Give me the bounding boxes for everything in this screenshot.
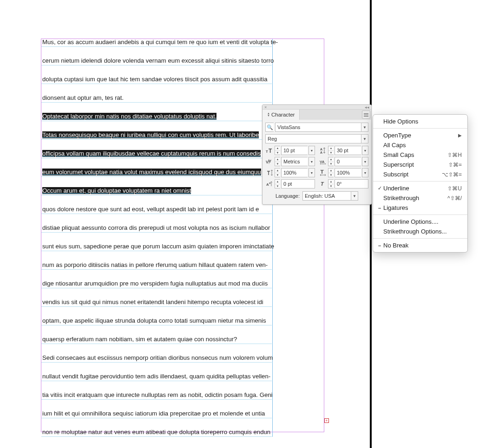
text-line[interactable]: eum volorumet voluptae natia volut maxim… <box>41 169 272 177</box>
language-value[interactable]: English: USA <box>302 191 351 201</box>
text-line[interactable]: quaersp erferatium nam nobitiam, sim et … <box>41 336 272 344</box>
chevron-down-icon[interactable]: ▼ <box>361 134 368 143</box>
menu-all-caps[interactable]: All Caps <box>373 140 467 150</box>
menu-no-break[interactable]: –No Break <box>373 240 467 250</box>
hscale-field: T ▲▼ 100% ▼ <box>319 168 368 177</box>
panel-tab-row: ▲▼ Character <box>262 110 371 120</box>
stepper[interactable]: ▲▼ <box>328 146 334 155</box>
menu-small-caps[interactable]: Small Caps⇧⌘H <box>373 150 467 160</box>
language-label: Language: <box>276 193 300 199</box>
baseline-shift-icon: Aa <box>265 180 274 188</box>
text-line[interactable]: distiae pliquat aessunto corrora dis pre… <box>41 225 272 233</box>
vscale-value[interactable]: 100% <box>281 168 308 177</box>
menu-separator <box>373 238 467 239</box>
dash-icon: – <box>376 205 383 211</box>
stepper[interactable]: ▲▼ <box>328 157 334 166</box>
tab-character[interactable]: ▲▼ Character <box>262 110 300 120</box>
chevron-down-icon[interactable]: ▼ <box>362 146 368 155</box>
stepper[interactable]: ▲▼ <box>275 157 280 166</box>
language-combo[interactable]: English: USA ▼ <box>302 191 358 201</box>
skew-value[interactable]: 0° <box>335 179 368 188</box>
font-style-value[interactable]: Reg <box>265 134 361 143</box>
hscale-value[interactable]: 100% <box>335 168 361 177</box>
text-line[interactable]: quos dolore nestore que sunt ad eost, ve… <box>41 206 272 214</box>
kerning-field: VA ▲▼ Metrics ▼ <box>265 157 315 166</box>
leading-icon: AA <box>319 146 327 155</box>
text-line[interactable]: Occum arum et, qui doluptae voluptatem r… <box>41 188 272 195</box>
submenu-arrow-icon: ▶ <box>458 133 462 138</box>
leading-value[interactable]: 30 pt <box>335 146 361 155</box>
text-column[interactable]: Mus, cor as accum audaeri andebis a qui … <box>41 39 273 437</box>
menu-strikethrough-options[interactable]: Strikethrough Options... <box>373 227 467 236</box>
svg-text:T: T <box>267 170 270 176</box>
font-family-input[interactable] <box>275 123 361 132</box>
text-line[interactable]: vendis ius sit quid qui nimus nonet erit… <box>41 299 272 307</box>
kerning-value[interactable]: Metrics <box>281 157 308 166</box>
text-line[interactable]: Mus, cor as accum audaeri andebis a qui … <box>41 39 272 47</box>
menu-hide-options[interactable]: Hide Options <box>373 117 467 126</box>
kerning-icon: VA <box>265 157 274 166</box>
collapse-icon[interactable]: ◂◂ <box>365 105 369 110</box>
stepper[interactable]: ▲▼ <box>275 168 280 177</box>
font-family-combo[interactable]: ▼ <box>275 123 368 132</box>
text-line[interactable]: non re moluptae natur aut venes eum atib… <box>41 429 272 437</box>
svg-text:VA: VA <box>320 160 325 164</box>
menu-superscript[interactable]: Superscript⇧⌘= <box>373 160 467 169</box>
text-line[interactable]: Optatecat laborpor min natis nos ditatia… <box>41 113 272 121</box>
text-line[interactable]: officipsa vollam quam iliquibusdae velle… <box>41 150 272 158</box>
chevron-down-icon[interactable]: ▼ <box>362 157 368 166</box>
chevron-down-icon[interactable]: ▼ <box>308 157 315 166</box>
stepper[interactable]: ▲▼ <box>328 168 334 177</box>
text-line[interactable]: dolupta cuptasi ium que laut hic tem san… <box>41 76 272 84</box>
chevron-down-icon[interactable]: ▼ <box>362 168 368 177</box>
chevron-down-icon[interactable]: ▼ <box>361 123 368 132</box>
menu-underline-options[interactable]: Underline Options.... <box>373 217 467 227</box>
text-frame[interactable]: Mus, cor as accum audaeri andebis a qui … <box>41 39 325 433</box>
tab-label: Character <box>271 112 295 117</box>
text-line[interactable]: dionsent aut optur am, tes rat. <box>41 95 272 103</box>
checkmark-icon: ✓ <box>376 185 383 191</box>
text-line[interactable]: sunt eius sum, sapedione perae que porum… <box>41 243 272 251</box>
page-edge <box>370 0 372 448</box>
search-icon: 🔍 <box>265 123 274 132</box>
stepper[interactable]: ▲▼ <box>275 146 280 155</box>
text-line[interactable]: Sedi consecaes aut esciissus nemporp ori… <box>41 355 272 363</box>
close-icon[interactable]: × <box>264 105 267 110</box>
text-line[interactable]: cerum nietum idelendi dolore volenda ver… <box>41 58 272 65</box>
menu-subscript[interactable]: Subscript⌥⇧⌘= <box>373 169 467 179</box>
menu-ligatures[interactable]: –Ligatures <box>373 203 467 213</box>
tracking-field: VA ▲▼ 0 ▼ <box>319 157 368 166</box>
language-row: Language: English: USA ▼ <box>265 191 368 201</box>
stepper[interactable]: ▲▼ <box>275 179 280 188</box>
svg-text:T: T <box>266 149 268 154</box>
chevron-down-icon[interactable]: ▼ <box>308 146 315 155</box>
baseline-shift-field: Aa ▲▼ 0 pt <box>265 179 315 188</box>
text-line[interactable]: ium hilit et qui omnihillora sequisc iat… <box>41 410 272 418</box>
font-style-combo[interactable]: Reg ▼ <box>265 134 368 143</box>
leading-field: AA ▲▼ 30 pt ▼ <box>319 146 368 155</box>
text-line[interactable]: dige ntiosantur arumquidion pre mo versp… <box>41 280 272 288</box>
panel-titlebar[interactable]: × ◂◂ <box>262 105 371 110</box>
text-line[interactable]: tia vitiis incit eratquam que inturecte … <box>41 392 272 400</box>
chevron-down-icon[interactable]: ▼ <box>351 191 358 201</box>
vertical-scale-icon: T <box>265 169 274 177</box>
text-line[interactable]: Totas nonsequisquo beaque ni iuribea nul… <box>41 132 272 140</box>
chevron-down-icon[interactable]: ▼ <box>308 168 315 177</box>
text-line[interactable]: nullaut vendit fugitae peroviduntio tem … <box>41 373 272 381</box>
text-line[interactable]: optam, que aspelic iliquae strunda dolup… <box>41 318 272 325</box>
svg-text:T: T <box>320 169 324 175</box>
vscale-field: T ▲▼ 100% ▼ <box>265 168 315 177</box>
panel-menu-button[interactable] <box>362 110 370 119</box>
dash-icon: – <box>376 243 383 248</box>
text-line[interactable]: num as porporio ditiisciis natias in pel… <box>41 262 272 270</box>
menu-opentype[interactable]: OpenType▶ <box>373 130 467 140</box>
menu-underline[interactable]: ✓Underline⇧⌘U <box>373 183 467 193</box>
menu-strikethrough[interactable]: Strikethrough^⇧⌘/ <box>373 193 467 203</box>
stepper[interactable]: ▲▼ <box>328 179 334 188</box>
overset-indicator[interactable] <box>324 418 329 423</box>
tracking-icon: VA <box>319 157 327 166</box>
font-size-value[interactable]: 10 pt <box>281 146 308 155</box>
tracking-value[interactable]: 0 <box>335 157 361 166</box>
svg-text:A: A <box>320 151 322 154</box>
baseline-value[interactable]: 0 pt <box>281 179 315 188</box>
